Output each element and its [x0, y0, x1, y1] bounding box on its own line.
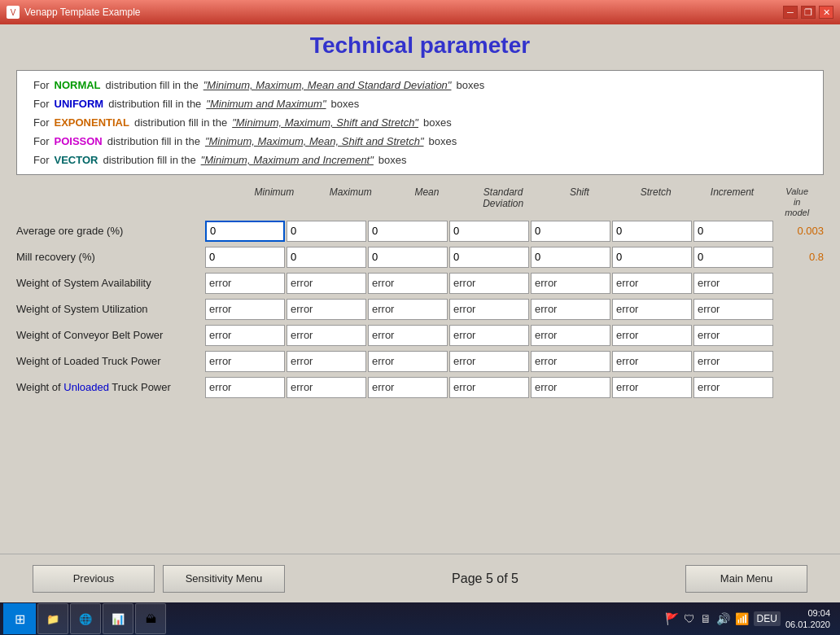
param-row-sys-avail: Weight of System Availability — [16, 273, 824, 294]
start-button[interactable]: ⊞ — [3, 603, 36, 634]
input-avg-ore-grade-stretch[interactable] — [612, 221, 692, 242]
excel-icon: 📊 — [112, 613, 125, 625]
label-loaded-truck: Weight of Loaded Truck Power — [16, 355, 205, 367]
col-minimum: Minimum — [236, 186, 313, 219]
input-loaded-truck-shift[interactable] — [531, 351, 610, 372]
input-sys-util-std[interactable] — [449, 299, 529, 320]
input-sys-avail-shift[interactable] — [531, 273, 610, 294]
input-unloaded-truck-shift[interactable] — [531, 377, 610, 398]
input-conveyor-increment[interactable] — [693, 325, 773, 346]
input-mill-recovery-min[interactable] — [205, 247, 285, 268]
input-avg-ore-grade-mean[interactable] — [368, 221, 448, 242]
input-loaded-truck-min[interactable] — [205, 351, 285, 372]
main-content: Technical parameter For NORMAL distribut… — [0, 24, 840, 596]
tray-flag-icon: 🚩 — [665, 612, 679, 625]
input-avg-ore-grade-increment[interactable] — [693, 221, 773, 242]
input-mill-recovery-stretch[interactable] — [612, 247, 692, 268]
param-row-loaded-truck: Weight of Loaded Truck Power — [16, 351, 824, 372]
input-unloaded-truck-mean[interactable] — [368, 377, 448, 398]
info-row-vector: For VECTOR distribution fill in the "Min… — [33, 154, 807, 166]
inputs-conveyor — [205, 325, 824, 346]
inputs-sys-util — [205, 299, 824, 320]
for-label-poisson: For — [33, 135, 50, 147]
input-loaded-truck-stretch[interactable] — [612, 351, 692, 372]
input-sys-avail-increment[interactable] — [693, 273, 773, 294]
restore-button[interactable]: ❐ — [801, 6, 816, 19]
taskbar-file-explorer[interactable]: 📁 — [37, 603, 68, 634]
clock-date: 06.01.2020 — [785, 619, 830, 630]
input-sys-avail-min[interactable] — [205, 273, 285, 294]
label-unloaded-truck-pre: Weight of — [16, 381, 63, 393]
input-sys-avail-std[interactable] — [449, 273, 529, 294]
input-unloaded-truck-stretch[interactable] — [612, 377, 692, 398]
file-explorer-icon: 📁 — [46, 613, 59, 625]
param-row-unloaded-truck: Weight of Unloaded Truck Power — [16, 377, 824, 398]
dist-uniform-label: UNIFORM — [55, 98, 104, 110]
label-sys-avail: Weight of System Availability — [16, 277, 205, 289]
desc-exponential-post: boxes — [423, 116, 452, 129]
input-sys-avail-mean[interactable] — [368, 273, 448, 294]
input-conveyor-shift[interactable] — [531, 325, 610, 346]
taskbar-app[interactable]: 🏔 — [135, 603, 166, 634]
taskbar-browser[interactable]: 🌐 — [70, 603, 101, 634]
input-sys-util-shift[interactable] — [531, 299, 610, 320]
input-sys-util-increment[interactable] — [693, 299, 773, 320]
taskbar-excel[interactable]: 📊 — [103, 603, 133, 634]
input-sys-util-stretch[interactable] — [612, 299, 692, 320]
inputs-loaded-truck — [205, 351, 824, 372]
desc-exponential-link: "Minimum, Maximum, Shift and Stretch" — [232, 116, 418, 129]
tray-network-icon: 📶 — [735, 612, 749, 625]
label-avg-ore-grade: Average ore grade (%) — [16, 225, 205, 237]
input-avg-ore-grade-shift[interactable] — [531, 221, 610, 242]
input-mill-recovery-std[interactable] — [449, 247, 529, 268]
input-sys-avail-stretch[interactable] — [612, 273, 692, 294]
input-loaded-truck-std[interactable] — [449, 351, 529, 372]
input-mill-recovery-increment[interactable] — [693, 247, 773, 268]
input-unloaded-truck-increment[interactable] — [693, 377, 773, 398]
col-maximum: Maximum — [313, 186, 389, 219]
input-unloaded-truck-min[interactable] — [205, 377, 285, 398]
main-menu-button[interactable]: Main Menu — [685, 565, 807, 593]
page-title: Technical parameter — [16, 33, 824, 59]
minimize-button[interactable]: ─ — [783, 6, 798, 19]
input-loaded-truck-mean[interactable] — [368, 351, 448, 372]
input-mill-recovery-max[interactable] — [287, 247, 366, 268]
input-loaded-truck-max[interactable] — [287, 351, 366, 372]
col-std-dev: StandardDeviation — [465, 186, 541, 219]
input-avg-ore-grade-max[interactable] — [287, 221, 366, 242]
param-row-avg-ore-grade: Average ore grade (%) 0.003 — [16, 221, 824, 242]
previous-button[interactable]: Previous — [33, 565, 155, 593]
desc-poisson-post: boxes — [429, 135, 457, 147]
desc-exponential-pre: distribution fill in the — [134, 116, 227, 129]
input-mill-recovery-mean[interactable] — [368, 247, 448, 268]
desc-normal-link: "Minimum, Maximum, Mean and Standard Dev… — [203, 79, 452, 91]
input-conveyor-mean[interactable] — [368, 325, 448, 346]
desc-poisson-pre: distribution fill in the — [107, 135, 200, 147]
input-avg-ore-grade-min[interactable] — [205, 221, 285, 242]
label-unloaded-truck-highlight: Unloaded — [63, 381, 109, 393]
sensitivity-menu-button[interactable]: Sensitivity Menu — [163, 565, 285, 593]
input-unloaded-truck-std[interactable] — [449, 377, 529, 398]
input-unloaded-truck-max[interactable] — [287, 377, 366, 398]
input-sys-util-max[interactable] — [287, 299, 366, 320]
dist-exponential-label: EXPONENTIAL — [55, 116, 129, 129]
input-sys-util-mean[interactable] — [368, 299, 448, 320]
info-row-normal: For NORMAL distribution fill in the "Min… — [33, 79, 807, 91]
input-mill-recovery-shift[interactable] — [531, 247, 610, 268]
input-conveyor-std[interactable] — [449, 325, 529, 346]
info-box: For NORMAL distribution fill in the "Min… — [16, 70, 824, 175]
input-conveyor-stretch[interactable] — [612, 325, 692, 346]
input-sys-avail-max[interactable] — [287, 273, 366, 294]
input-sys-util-min[interactable] — [205, 299, 285, 320]
label-mill-recovery: Mill recovery (%) — [16, 251, 205, 263]
inputs-mill-recovery: 0.8 — [205, 247, 824, 268]
titlebar-left: V Venapp Template Example — [7, 6, 141, 19]
info-row-poisson: For POISSON distribution fill in the "Mi… — [33, 135, 807, 147]
input-avg-ore-grade-std[interactable] — [449, 221, 529, 242]
input-conveyor-min[interactable] — [205, 325, 285, 346]
tray-shield-icon: 🛡 — [684, 612, 695, 625]
close-button[interactable]: ✕ — [819, 6, 833, 19]
input-loaded-truck-increment[interactable] — [693, 351, 773, 372]
tray-monitor-icon: 🖥 — [700, 612, 711, 625]
input-conveyor-max[interactable] — [287, 325, 366, 346]
